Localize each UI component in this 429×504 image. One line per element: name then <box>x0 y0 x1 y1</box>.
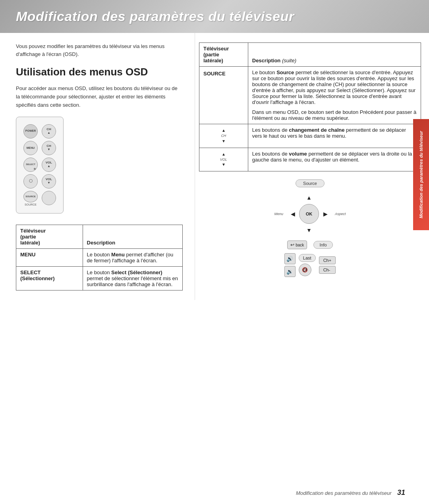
right-table-source-desc: Le bouton Source permet de sélectionner … <box>248 67 421 124</box>
remote-select-btn: SELECT <box>23 158 38 172</box>
right-table-source-cell: SOURCE <box>199 67 248 124</box>
remote2-source-btn: Source <box>296 179 325 187</box>
page-number: 31 <box>397 489 405 496</box>
left-table-menu-cell: MENU <box>16 248 83 266</box>
remote-illustration-1: POWER CH▲ MENU CH▼ <box>16 117 64 214</box>
remote-empty-btn-1: ◯ <box>23 174 38 189</box>
remote2-info-btn: Info <box>313 241 332 249</box>
table-row: SOURCE Le bouton Source permet de sélect… <box>199 67 421 124</box>
right-table-vol-cell: ▲ VOL ▼ <box>199 148 248 171</box>
side-tab: Modification des paramètres du téléviseu… <box>413 119 429 230</box>
table-row: ▲ CH ▼ Les boutons de changement de chaî… <box>199 124 421 148</box>
section-title: Utilisation des menus OSD <box>16 66 183 78</box>
table-row: SELECT (Sélectionner) Le bouton Select (… <box>16 266 183 290</box>
remote2-left-arrow: ◀ <box>286 204 299 224</box>
right-table-ch-desc: Les boutons de changement de chaîne perm… <box>248 124 421 148</box>
remote2-vol-minus-btn: 🔉 <box>284 266 296 277</box>
remote-empty-btn-2 <box>42 191 56 205</box>
page-footer: Modification des paramètres du téléviseu… <box>296 489 405 497</box>
remote-menu-btn: MENU <box>23 141 38 155</box>
remote2-menu-label: Menu <box>274 212 283 216</box>
right-table-col1-header: Téléviseur (partie latérale) <box>199 43 248 67</box>
remote-power-btn: POWER <box>23 124 38 139</box>
left-column: Vous pouvez modifier les paramètres du t… <box>0 33 195 300</box>
right-table-ch-cell: ▲ CH ▼ <box>199 124 248 148</box>
remote-ch-up-btn: CH▲ <box>42 124 56 139</box>
right-column: Téléviseur (partie latérale) Description… <box>195 33 429 300</box>
right-table-vol-desc: Les boutons de volume permettent de se d… <box>248 148 421 171</box>
remote2-vol-plus-btn: 🔊 <box>284 253 296 264</box>
remote2-back-btn: ↩ back <box>287 240 307 249</box>
main-content: Vous pouvez modifier les paramètres du t… <box>0 33 429 300</box>
remote2-aspect-label: Aspect <box>335 212 346 216</box>
left-table-select-desc: Le bouton Select (Sélectionner) permet d… <box>83 266 182 290</box>
page-header: Modification des paramètres du téléviseu… <box>0 0 429 33</box>
remote2-ok-btn: OK <box>299 204 319 224</box>
right-table: Téléviseur (partie latérale) Description… <box>199 42 421 171</box>
remote-ch-down-btn: CH▼ <box>42 141 56 155</box>
intro-paragraph: Vous pouvez modifier les paramètres du t… <box>16 42 183 58</box>
table-row: MENU Le bouton Menu permet d'afficher (o… <box>16 248 183 266</box>
table-row: ▲ VOL ▼ Les boutons de volume permettent… <box>199 148 421 171</box>
left-table-menu-desc: Le bouton Menu permet d'afficher (ou de … <box>83 248 182 266</box>
page-title: Modification des paramètres du téléviseu… <box>16 9 413 24</box>
right-table-col2-header: Description (suite) <box>248 43 421 67</box>
remote-vol-up-btn: VOL▲ <box>42 158 56 172</box>
remote2-down-arrow: ▼ <box>299 224 319 237</box>
remote2-right-arrow: ▶ <box>319 204 332 224</box>
footer-text: Modification des paramètres du téléviseu… <box>296 490 392 496</box>
left-table-col1-header: Téléviseur (partie latérale) <box>16 225 83 248</box>
remote2-mute-btn: 🔇 <box>299 264 311 276</box>
remote2-up-arrow: ▲ <box>299 191 319 204</box>
side-tab-text: Modification des paramètres du téléviseu… <box>418 131 424 218</box>
left-table-select-cell: SELECT (Sélectionner) <box>16 266 83 290</box>
remote2-ch-minus-btn: Ch- <box>319 266 336 274</box>
remote2-last-btn: Last <box>299 254 316 262</box>
remote-source-btn: SOURCE <box>23 191 38 202</box>
left-table-col2-header: Description <box>83 225 182 248</box>
remote-source-label: SOURCE <box>25 203 37 206</box>
remote2-ch-plus-btn: Ch+ <box>319 256 336 264</box>
left-table: Téléviseur (partie latérale) Description… <box>16 225 183 290</box>
remote-illustration-2: Source Menu ▲ ◀ OK <box>199 179 421 277</box>
remote-vol-down-btn: VOL▼ <box>42 174 56 189</box>
section-body: Pour accéder aux menus OSD, utilisez les… <box>16 85 183 109</box>
